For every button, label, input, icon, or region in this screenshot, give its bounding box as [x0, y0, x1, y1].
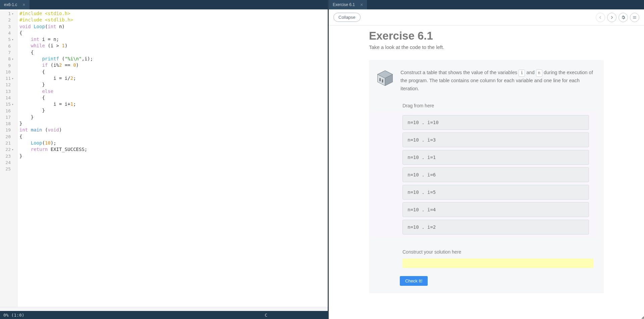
drag-source-list: n=10 . i=10n=10 . i=3n=10 . i=1n=10 . i=…: [369, 112, 599, 238]
drag-option[interactable]: n=10 . i=5: [402, 185, 589, 200]
panel-head: Construct a table that shows the value o…: [369, 69, 604, 98]
drop-zone[interactable]: [402, 259, 594, 268]
drag-option[interactable]: n=10 . i=1: [402, 150, 589, 165]
gutter-line: 13: [0, 88, 17, 95]
code-content[interactable]: #include <stdio.h>#include <stdlib.h>voi…: [17, 9, 328, 307]
gutter-line: 18: [0, 120, 17, 127]
exercise-tab-bar: Exercise 6.1 ×: [329, 0, 644, 9]
close-icon[interactable]: ×: [360, 2, 363, 7]
exercise-subtitle: Take a look at the code to the left.: [369, 44, 604, 50]
gutter-line: 11▾: [0, 75, 17, 82]
settings-button[interactable]: [619, 13, 628, 22]
code-area[interactable]: 1▾2 3 4 5▾6 7 8▾9 10 11▾12 13 14 15▾16 1…: [0, 9, 328, 307]
kbd-i: i: [519, 69, 525, 77]
gutter-line: 22▾: [0, 146, 17, 153]
exercise-scroll[interactable]: Exercise 6.1 Take a look at the code to …: [329, 25, 644, 319]
drag-option[interactable]: n=10 . i=4: [402, 202, 589, 217]
drag-option[interactable]: n=10 . i=10: [402, 115, 589, 130]
gutter-line: 12: [0, 82, 17, 88]
drag-option[interactable]: n=10 . i=6: [402, 167, 589, 182]
exercise-tab-label: Exercise 6.1: [333, 2, 355, 7]
chevron-right-icon: [609, 15, 614, 20]
exercise-content: Exercise 6.1 Take a look at the code to …: [329, 25, 644, 300]
instruction-pre: Construct a table that shows the value o…: [400, 70, 519, 75]
next-button[interactable]: [607, 13, 616, 22]
gutter-line: 23: [0, 153, 17, 159]
exercise-tab[interactable]: Exercise 6.1 ×: [329, 0, 367, 9]
check-button[interactable]: Check It!: [400, 276, 428, 286]
exercise-title: Exercise 6.1: [369, 30, 604, 42]
gutter-line: 14: [0, 95, 17, 101]
gear-icon: [621, 15, 626, 20]
check-wrap: Check It!: [369, 268, 604, 286]
gutter-line: 9: [0, 62, 17, 68]
gutter-line: 2: [0, 17, 17, 23]
instruction-mid: and: [525, 70, 536, 75]
cube-icon: [376, 69, 394, 88]
editor-tab[interactable]: ex6-1.c ×: [0, 0, 30, 9]
construct-label: Construct your solution here: [369, 238, 604, 259]
gutter-line: 24: [0, 159, 17, 166]
hamburger-icon: [632, 15, 637, 20]
toolbar-right: [596, 13, 639, 22]
instruction-text: Construct a table that shows the value o…: [400, 69, 594, 93]
gutter-line: 17: [0, 114, 17, 120]
gutter-line: 25: [0, 166, 17, 172]
svg-rect-4: [379, 78, 381, 81]
exercise-toolbar: Collapse: [329, 9, 644, 25]
gutter-line: 7: [0, 49, 17, 56]
editor-pane: ex6-1.c × 1▾2 3 4 5▾6 7 8▾9 10 11▾12 13 …: [0, 0, 329, 319]
gutter-line: 10: [0, 69, 17, 75]
line-gutter: 1▾2 3 4 5▾6 7 8▾9 10 11▾12 13 14 15▾16 1…: [0, 9, 17, 307]
editor-tab-label: ex6-1.c: [4, 2, 17, 7]
resize-corner-icon: ◢: [639, 314, 644, 319]
gutter-line: 19: [0, 127, 17, 133]
exercise-panel: Construct a table that shows the value o…: [369, 60, 604, 293]
prev-button: [596, 13, 605, 22]
gutter-line: 15▾: [0, 101, 17, 107]
drag-option[interactable]: n=10 . i=3: [402, 132, 589, 147]
status-position: 0% (1:0): [3, 313, 24, 318]
close-icon[interactable]: ×: [22, 2, 25, 7]
drag-from-label: Drag from here: [369, 98, 604, 112]
collapse-button[interactable]: Collapse: [333, 13, 361, 22]
gutter-line: 16: [0, 107, 17, 114]
drag-option[interactable]: n=10 . i=2: [402, 220, 589, 234]
gutter-line: 4: [0, 30, 17, 36]
gutter-line: 20: [0, 134, 17, 140]
gutter-line: 6: [0, 43, 17, 49]
horizontal-scrollbar[interactable]: [0, 307, 328, 311]
status-bar: 0% (1:0) C: [0, 311, 328, 319]
gutter-line: 5▾: [0, 36, 17, 43]
gutter-line: 3: [0, 23, 17, 30]
gutter-line: 1▾: [0, 10, 17, 17]
gutter-line: 21: [0, 140, 17, 146]
editor-tab-bar: ex6-1.c ×: [0, 0, 328, 9]
menu-button[interactable]: [630, 13, 639, 22]
exercise-pane: Exercise 6.1 × Collapse Exercise 6.1 Tak…: [329, 0, 644, 319]
status-language: C: [265, 313, 267, 318]
chevron-left-icon: [598, 15, 603, 20]
kbd-n: n: [536, 69, 542, 77]
gutter-line: 8▾: [0, 56, 17, 62]
svg-rect-5: [382, 79, 383, 83]
